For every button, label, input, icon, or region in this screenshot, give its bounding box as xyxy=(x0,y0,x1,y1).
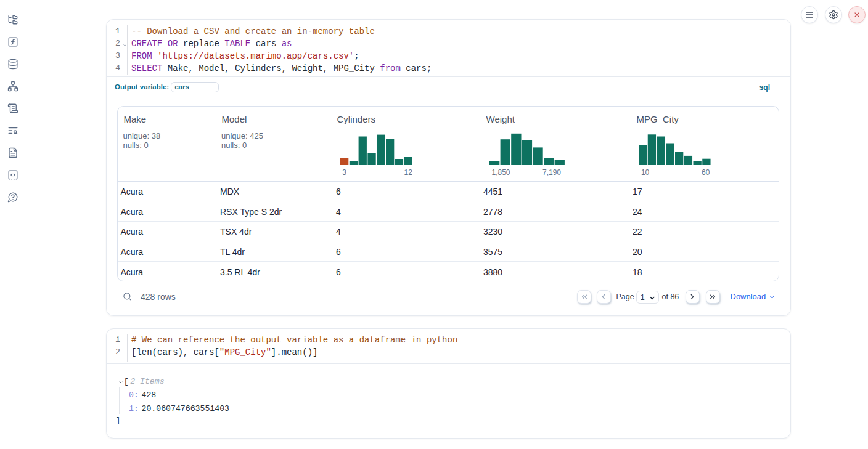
svg-text:1,850: 1,850 xyxy=(491,168,510,177)
svg-text:60: 60 xyxy=(702,168,710,177)
svg-text:12: 12 xyxy=(404,168,413,177)
svg-text:10: 10 xyxy=(641,168,650,177)
svg-text:3: 3 xyxy=(342,168,346,177)
svg-text:7,190: 7,190 xyxy=(542,168,561,177)
